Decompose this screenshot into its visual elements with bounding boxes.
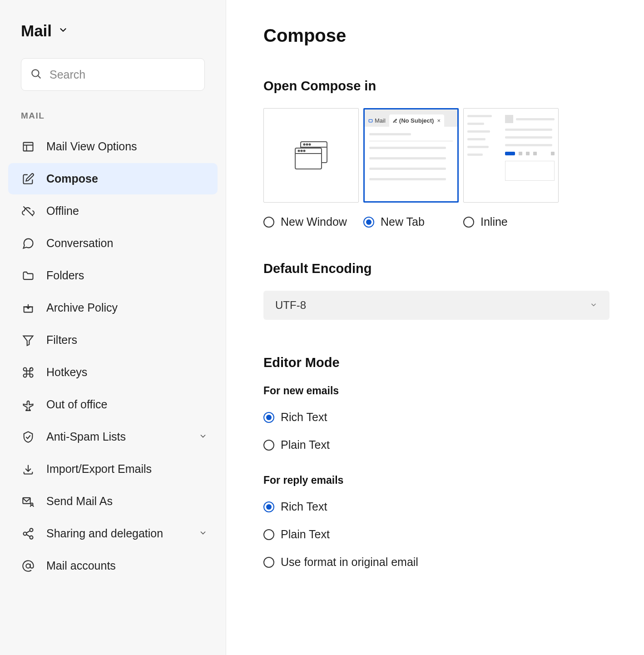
sidebar-nav: Mail View Options Compose Offline Conver…	[8, 131, 218, 581]
encoding-select[interactable]: UTF-8	[263, 291, 609, 320]
radio-icon	[263, 412, 274, 423]
editor-mode-new-emails: For new emails Rich Text Plain Text	[263, 385, 619, 452]
archive-icon	[21, 302, 35, 314]
svg-line-13	[26, 534, 30, 536]
sidebar-item-compose[interactable]: Compose	[8, 163, 218, 194]
section-default-encoding: Default Encoding UTF-8	[263, 261, 619, 320]
sidebar-item-label: Sharing and delegation	[46, 527, 163, 540]
section-title: Editor Mode	[263, 355, 619, 370]
sidebar-section-label: MAIL	[21, 111, 214, 121]
chevron-down-icon	[198, 527, 208, 540]
editor-mode-reply-emails: For reply emails Rich Text Plain Text Us…	[263, 474, 619, 569]
radio-option-reply-plain[interactable]: Plain Text	[263, 528, 619, 541]
sidebar-item-out-of-office[interactable]: Out of office	[8, 389, 218, 420]
svg-point-25	[303, 150, 305, 151]
option-card-new-window[interactable]	[263, 108, 359, 203]
svg-line-14	[26, 531, 30, 533]
at-sign-icon	[21, 560, 35, 572]
option-card-new-tab[interactable]: Mail (No Subject) ×	[363, 108, 459, 203]
radio-option-new-plain[interactable]: Plain Text	[263, 438, 619, 452]
chevron-down-icon	[58, 25, 68, 37]
main-content: Compose Open Compose in	[226, 0, 644, 655]
sidebar-item-anti-spam[interactable]: Anti-Spam Lists	[8, 421, 218, 452]
sidebar-item-offline[interactable]: Offline	[8, 195, 218, 227]
svg-point-0	[32, 69, 39, 76]
sidebar-item-label: Hotkeys	[46, 366, 87, 379]
option-card-inline[interactable]	[463, 108, 559, 203]
radio-option-new-rich[interactable]: Rich Text	[263, 411, 619, 424]
svg-point-10	[30, 528, 33, 531]
radio-icon	[263, 217, 274, 228]
sidebar-item-filters[interactable]: Filters	[8, 324, 218, 356]
chevron-down-icon	[590, 299, 598, 312]
new-window-thumbnail	[264, 109, 358, 202]
radio-label: New Tab	[381, 215, 425, 228]
share-icon	[21, 527, 35, 540]
sidebar-item-archive-policy[interactable]: Archive Policy	[8, 292, 218, 323]
sidebar-item-label: Filters	[46, 333, 77, 347]
mail-user-icon	[21, 495, 35, 508]
svg-rect-26	[369, 119, 372, 122]
page-title: Compose	[263, 25, 619, 46]
radio-icon	[263, 440, 274, 451]
svg-point-15	[26, 564, 30, 568]
sidebar-item-label: Archive Policy	[46, 301, 118, 314]
sidebar-item-mail-accounts[interactable]: Mail accounts	[8, 550, 218, 581]
sidebar-item-sharing[interactable]: Sharing and delegation	[8, 518, 218, 549]
radio-option-new-tab[interactable]: New Tab	[363, 215, 459, 228]
thumb-tab-subject: (No Subject)	[399, 117, 434, 124]
radio-option-reply-original[interactable]: Use format in original email	[263, 556, 619, 569]
svg-rect-2	[24, 142, 33, 151]
sidebar-item-label: Out of office	[46, 398, 107, 411]
import-icon	[21, 463, 35, 476]
svg-point-19	[306, 144, 307, 145]
radio-icon	[363, 217, 374, 228]
search-container	[21, 58, 214, 91]
sidebar-item-conversation[interactable]: Conversation	[8, 228, 218, 259]
svg-point-23	[298, 150, 299, 151]
command-icon	[21, 366, 35, 379]
compose-icon	[21, 173, 35, 185]
thumb-tab-mail: Mail	[375, 117, 386, 124]
sidebar-item-label: Anti-Spam Lists	[46, 430, 126, 443]
new-tab-thumbnail: Mail (No Subject) ×	[365, 109, 457, 201]
radio-option-new-window[interactable]: New Window	[263, 215, 359, 228]
inline-thumbnail	[464, 109, 558, 202]
sidebar-header[interactable]: Mail	[21, 22, 214, 40]
shield-icon	[21, 431, 35, 443]
sidebar: Mail MAIL Mail View Options Compose	[0, 0, 226, 655]
layout-icon	[21, 140, 35, 153]
radio-label: Rich Text	[281, 411, 327, 424]
sidebar-item-mail-view-options[interactable]: Mail View Options	[8, 131, 218, 162]
sidebar-item-label: Offline	[46, 204, 79, 218]
sidebar-item-import-export[interactable]: Import/Export Emails	[8, 453, 218, 485]
sidebar-item-label: Send Mail As	[46, 495, 113, 508]
section-editor-mode: Editor Mode For new emails Rich Text Pla…	[263, 355, 619, 569]
radio-option-reply-rich[interactable]: Rich Text	[263, 500, 619, 513]
sidebar-item-label: Mail View Options	[46, 140, 137, 153]
compose-option-cards: Mail (No Subject) ×	[263, 108, 619, 203]
compose-radio-row: New Window New Tab Inline	[263, 215, 619, 228]
svg-point-18	[303, 144, 305, 145]
search-icon	[30, 68, 42, 81]
sidebar-item-hotkeys[interactable]: Hotkeys	[8, 357, 218, 388]
radio-label: Plain Text	[281, 438, 330, 452]
section-title: Open Compose in	[263, 79, 619, 94]
radio-icon	[263, 501, 274, 512]
sidebar-item-send-mail-as[interactable]: Send Mail As	[8, 486, 218, 517]
chat-icon	[21, 237, 35, 250]
sidebar-item-label: Compose	[46, 172, 98, 185]
sidebar-item-label: Conversation	[46, 237, 113, 250]
sidebar-title: Mail	[21, 22, 52, 40]
section-title: Default Encoding	[263, 261, 619, 276]
svg-marker-6	[24, 336, 33, 345]
radio-option-inline[interactable]: Inline	[463, 215, 559, 228]
search-input[interactable]	[21, 58, 205, 91]
sidebar-item-folders[interactable]: Folders	[8, 260, 218, 291]
sub-heading: For reply emails	[263, 474, 619, 486]
sub-heading: For new emails	[263, 385, 619, 397]
filter-icon	[21, 334, 35, 347]
chevron-down-icon	[198, 430, 208, 443]
svg-point-12	[30, 536, 33, 539]
sidebar-item-label: Import/Export Emails	[46, 462, 152, 476]
